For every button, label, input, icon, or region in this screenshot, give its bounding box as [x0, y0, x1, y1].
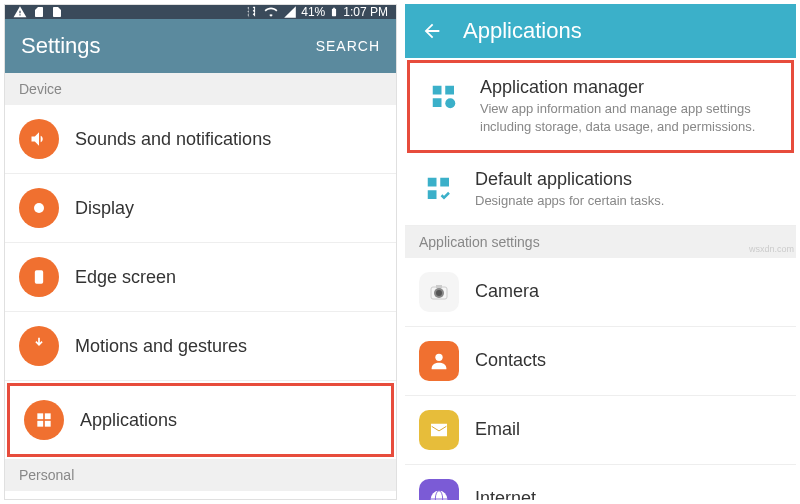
- svg-rect-3: [45, 413, 51, 419]
- item-label: Edge screen: [75, 267, 176, 288]
- applications-item[interactable]: Applications: [7, 383, 394, 457]
- applications-header: Applications: [405, 4, 796, 58]
- file-icon: [51, 5, 63, 19]
- camera-icon: [419, 272, 459, 312]
- motions-item[interactable]: Motions and gestures: [5, 312, 396, 381]
- settings-header: Settings SEARCH: [5, 19, 396, 73]
- svg-point-14: [436, 290, 442, 296]
- item-label: Email: [475, 419, 520, 440]
- svg-rect-8: [433, 98, 442, 107]
- item-label: Internet: [475, 488, 536, 500]
- signal-icon: [283, 5, 297, 19]
- sound-icon: [19, 119, 59, 159]
- svg-rect-4: [37, 421, 43, 427]
- motion-icon: [19, 326, 59, 366]
- sounds-item[interactable]: Sounds and notifications: [5, 105, 396, 174]
- item-label: Camera: [475, 281, 539, 302]
- section-device: Device: [5, 73, 396, 105]
- settings-screen: 41% 1:07 PM Settings SEARCH Device Sound…: [4, 4, 397, 500]
- wifi-icon: [263, 5, 279, 19]
- page-title: Applications: [463, 18, 582, 44]
- item-label: Applications: [80, 410, 177, 431]
- app-manager-item[interactable]: Application manager View app information…: [407, 60, 794, 153]
- item-subtitle: Designate apps for certain tasks.: [475, 192, 782, 210]
- app-manager-icon: [424, 77, 464, 117]
- email-item[interactable]: Email: [405, 396, 796, 465]
- svg-rect-5: [45, 421, 51, 427]
- sd-icon: [33, 5, 45, 19]
- page-title: Settings: [21, 33, 101, 59]
- svg-rect-6: [433, 86, 442, 95]
- item-title: Application manager: [480, 77, 777, 98]
- applications-screen: Applications Application manager View ap…: [405, 4, 796, 500]
- edge-item[interactable]: Edge screen: [5, 243, 396, 312]
- section-app-settings: Application settings: [405, 226, 796, 258]
- default-apps-item[interactable]: Default applications Designate apps for …: [405, 155, 796, 225]
- wallpaper-item[interactable]: Wallpaper: [5, 491, 396, 500]
- svg-rect-10: [428, 178, 437, 187]
- svg-rect-7: [445, 86, 454, 95]
- warning-icon: [13, 5, 27, 19]
- svg-rect-11: [440, 178, 449, 187]
- item-label: Motions and gestures: [75, 336, 247, 357]
- search-button[interactable]: SEARCH: [316, 38, 380, 54]
- item-label: Sounds and notifications: [75, 129, 271, 150]
- svg-point-17: [435, 353, 442, 360]
- back-button[interactable]: [421, 20, 443, 42]
- item-title: Default applications: [475, 169, 782, 190]
- apps-icon: [24, 400, 64, 440]
- item-subtitle: View app information and manage app sett…: [480, 100, 777, 136]
- camera-item[interactable]: Camera: [405, 258, 796, 327]
- vibrate-icon: [243, 5, 259, 19]
- email-icon: [419, 410, 459, 450]
- contacts-icon: [419, 341, 459, 381]
- edge-icon: [19, 257, 59, 297]
- section-personal: Personal: [5, 459, 396, 491]
- svg-rect-18: [432, 424, 447, 435]
- display-icon: [19, 188, 59, 228]
- contacts-item[interactable]: Contacts: [405, 327, 796, 396]
- watermark: wsxdn.com: [749, 244, 794, 254]
- item-label: Contacts: [475, 350, 546, 371]
- item-label: Display: [75, 198, 134, 219]
- svg-rect-1: [35, 270, 43, 283]
- clock-text: 1:07 PM: [343, 5, 388, 19]
- svg-point-0: [34, 203, 44, 213]
- default-apps-icon: [419, 169, 459, 209]
- svg-rect-12: [428, 191, 437, 200]
- internet-item[interactable]: Internet: [405, 465, 796, 500]
- svg-rect-2: [37, 413, 43, 419]
- svg-rect-16: [436, 285, 442, 288]
- globe-icon: [419, 479, 459, 500]
- display-item[interactable]: Display: [5, 174, 396, 243]
- battery-icon: [329, 5, 339, 19]
- status-bar: 41% 1:07 PM: [5, 5, 396, 19]
- battery-text: 41%: [301, 5, 325, 19]
